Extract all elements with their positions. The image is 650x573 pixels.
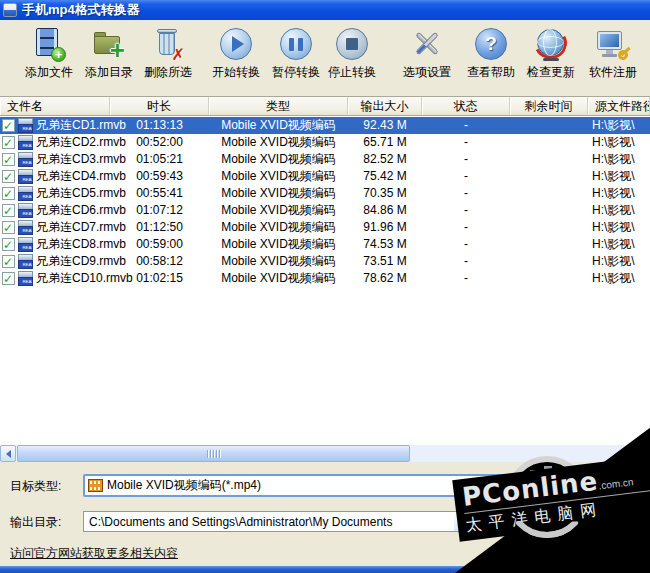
cell-remaining <box>510 219 588 236</box>
cell-source: H:\影视\ <box>592 219 650 236</box>
cell-duration: 01:07:12 <box>110 202 209 219</box>
row-checkbox[interactable]: ✓ <box>2 119 15 132</box>
cell-type: Mobile XVID视频编码 <box>209 117 348 134</box>
cell-type: Mobile XVID视频编码 <box>209 236 348 253</box>
help-button[interactable]: ? 查看帮助 <box>462 26 520 90</box>
real-media-file-icon: REAL <box>18 220 33 235</box>
row-checkbox[interactable]: ✓ <box>2 136 15 149</box>
column-header-size[interactable]: 输出大小 <box>348 97 422 115</box>
table-row[interactable]: ✓REAL兄弟连CD8.rmvb00:59:00Mobile XVID视频编码7… <box>0 236 650 253</box>
horizontal-scrollbar[interactable] <box>0 445 650 462</box>
table-row[interactable]: ✓REAL兄弟连CD9.rmvb00:58:12Mobile XVID视频编码7… <box>0 253 650 270</box>
tools-icon <box>409 26 445 62</box>
cell-size: 82.52 M <box>348 151 422 168</box>
add-file-button[interactable]: + 添加文件 <box>20 26 78 90</box>
output-dir-label: 输出目录: <box>10 514 85 530</box>
cell-size: 70.35 M <box>348 185 422 202</box>
cell-type: Mobile XVID视频编码 <box>209 168 348 185</box>
folder-add-icon: + <box>91 26 127 62</box>
cell-duration: 01:12:50 <box>110 219 209 236</box>
row-checkbox[interactable]: ✓ <box>2 170 15 183</box>
target-type-combobox[interactable]: Mobile XVID视频编码(*.mp4) <box>83 474 640 497</box>
table-row[interactable]: ✓REAL兄弟连CD5.rmvb00:55:41Mobile XVID视频编码7… <box>0 185 650 202</box>
scrollbar-thumb[interactable] <box>17 445 410 462</box>
pause-convert-button[interactable]: 暂停转换 <box>267 26 325 90</box>
output-dir-dropdown-button[interactable] <box>454 512 469 531</box>
real-media-file-icon: REAL <box>18 203 33 218</box>
cell-source: H:\影视\ <box>592 270 650 287</box>
title-bar: 手机mp4格式转换器 <box>0 0 650 20</box>
row-checkbox[interactable]: ✓ <box>2 272 15 285</box>
row-checkbox[interactable]: ✓ <box>2 204 15 217</box>
globe-update-icon <box>533 26 569 62</box>
target-type-label: 目标类型: <box>10 478 85 494</box>
scroll-left-arrow[interactable] <box>0 445 16 462</box>
cell-type: Mobile XVID视频编码 <box>209 185 348 202</box>
table-row[interactable]: ✓REAL兄弟连CD10.rmvb01:02:15Mobile XVID视频编码… <box>0 270 650 287</box>
output-dir-combobox[interactable]: C:\Documents and Settings\Administrator\… <box>83 511 470 532</box>
row-checkbox[interactable]: ✓ <box>2 187 15 200</box>
cell-source: H:\影视\ <box>592 185 650 202</box>
cell-size: 65.71 M <box>348 134 422 151</box>
table-row[interactable]: ✓REAL兄弟连CD1.rmvb01:13:13Mobile XVID视频编码9… <box>0 117 650 134</box>
cell-duration: 01:05:21 <box>110 151 209 168</box>
table-row[interactable]: ✓REAL兄弟连CD6.rmvb01:07:12Mobile XVID视频编码8… <box>0 202 650 219</box>
cell-remaining <box>510 151 588 168</box>
table-row[interactable]: ✓REAL兄弟连CD2.rmvb00:52:00Mobile XVID视频编码6… <box>0 134 650 151</box>
register-button[interactable]: 软件注册 <box>584 26 642 90</box>
real-media-file-icon: REAL <box>18 152 33 167</box>
cell-source: H:\影视\ <box>592 134 650 151</box>
cell-type: Mobile XVID视频编码 <box>209 270 348 287</box>
film-format-icon <box>88 479 103 492</box>
cell-remaining <box>510 134 588 151</box>
cell-remaining <box>510 117 588 134</box>
cell-status: - <box>422 185 510 202</box>
check-update-button[interactable]: 检查更新 <box>522 26 580 90</box>
column-header-source[interactable]: 源文件路径 <box>588 97 650 115</box>
chevron-down-icon <box>457 516 465 524</box>
row-checkbox[interactable]: ✓ <box>2 153 15 166</box>
cell-status: - <box>422 151 510 168</box>
row-checkbox[interactable]: ✓ <box>2 238 15 251</box>
list-header: 文件名 时长 类型 输出大小 状态 剩余时间 源文件路径 <box>0 97 650 116</box>
cell-duration: 00:52:00 <box>110 134 209 151</box>
converter-window: 手机mp4格式转换器 + 添加文件 + 添加目录 ✗ 删除所选 开始转换 暂停转… <box>0 0 650 573</box>
file-list: 文件名 时长 类型 输出大小 状态 剩余时间 源文件路径 ✓REAL兄弟连CD1… <box>0 96 650 445</box>
official-website-link[interactable]: 访问官方网站获取更多相关内容 <box>10 545 178 562</box>
table-row[interactable]: ✓REAL兄弟连CD4.rmvb00:59:43Mobile XVID视频编码7… <box>0 168 650 185</box>
column-header-filename[interactable]: 文件名 <box>0 97 110 115</box>
add-folder-button[interactable]: + 添加目录 <box>80 26 138 90</box>
row-checkbox[interactable]: ✓ <box>2 255 15 268</box>
real-media-file-icon: REAL <box>18 237 33 252</box>
cell-source: H:\影视\ <box>592 236 650 253</box>
start-convert-button[interactable]: 开始转换 <box>207 26 265 90</box>
cell-duration: 00:59:00 <box>110 236 209 253</box>
stop-convert-button[interactable]: 停止转换 <box>323 26 381 90</box>
real-media-file-icon: REAL <box>18 254 33 269</box>
options-button[interactable]: 选项设置 <box>398 26 456 90</box>
cell-status: - <box>422 117 510 134</box>
real-media-file-icon: REAL <box>18 135 33 150</box>
real-media-file-icon: REAL <box>18 271 33 286</box>
help-icon: ? <box>473 26 509 62</box>
cell-source: H:\影视\ <box>592 202 650 219</box>
row-checkbox[interactable]: ✓ <box>2 221 15 234</box>
cell-type: Mobile XVID视频编码 <box>209 202 348 219</box>
column-header-remaining[interactable]: 剩余时间 <box>510 97 588 115</box>
cell-duration: 01:02:15 <box>110 270 209 287</box>
table-row[interactable]: ✓REAL兄弟连CD7.rmvb01:12:50Mobile XVID视频编码9… <box>0 219 650 236</box>
cell-duration: 00:58:12 <box>110 253 209 270</box>
cell-duration: 01:13:13 <box>110 117 209 134</box>
cell-status: - <box>422 236 510 253</box>
cell-size: 75.42 M <box>348 168 422 185</box>
delete-selected-button[interactable]: ✗ 删除所选 <box>139 26 197 90</box>
column-header-status[interactable]: 状态 <box>422 97 510 115</box>
cell-remaining <box>510 236 588 253</box>
table-row[interactable]: ✓REAL兄弟连CD3.rmvb01:05:21Mobile XVID视频编码8… <box>0 151 650 168</box>
window-title: 手机mp4格式转换器 <box>22 1 140 19</box>
cell-size: 74.53 M <box>348 236 422 253</box>
column-header-type[interactable]: 类型 <box>209 97 348 115</box>
column-header-duration[interactable]: 时长 <box>110 97 209 115</box>
stop-icon <box>334 26 370 62</box>
cell-type: Mobile XVID视频编码 <box>209 134 348 151</box>
